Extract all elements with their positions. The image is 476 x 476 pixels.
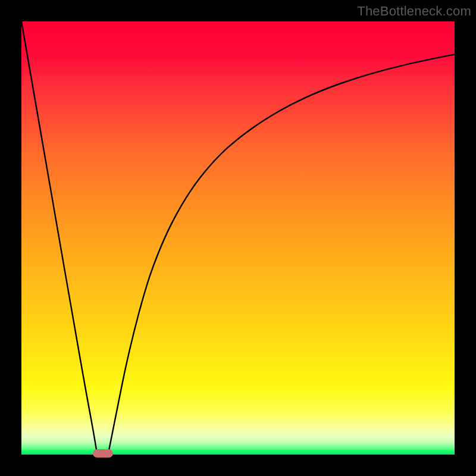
curve-layer bbox=[21, 21, 455, 455]
minimum-marker bbox=[93, 449, 113, 458]
curve-left-branch bbox=[21, 21, 97, 455]
plot-area bbox=[21, 21, 455, 455]
curve-right-branch bbox=[108, 54, 455, 455]
watermark-text: TheBottleneck.com bbox=[357, 4, 471, 19]
chart-frame: TheBottleneck.com bbox=[0, 0, 476, 476]
